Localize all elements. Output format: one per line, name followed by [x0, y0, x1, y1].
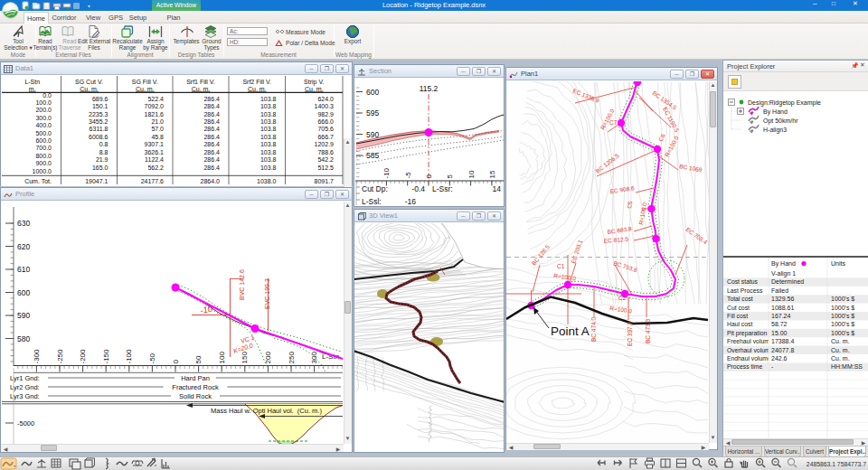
svg-text:Design:Ridgetop Example: Design:Ridgetop Example: [748, 99, 821, 107]
svg-text:1000's $: 1000's $: [831, 330, 854, 336]
svg-text:620: 620: [17, 242, 30, 251]
svg-text:Total cost: Total cost: [727, 296, 753, 302]
svg-text:-300: -300: [33, 349, 41, 364]
svg-text:689.6: 689.6: [92, 96, 108, 102]
svg-text:7584773.7: 7584773.7: [837, 461, 866, 467]
svg-text:Cost status: Cost status: [727, 278, 759, 285]
svg-text:103.8: 103.8: [260, 156, 277, 163]
svg-text:-10: -10: [382, 167, 391, 178]
svg-text:3455.2: 3455.2: [89, 118, 108, 125]
svg-text:BC 473.3: BC 473.3: [645, 319, 651, 343]
svg-text:300.0: 300.0: [35, 115, 52, 121]
svg-text:562.2: 562.2: [147, 164, 164, 171]
svg-text:Haul cost: Haul cost: [727, 321, 752, 327]
svg-text:600.0: 600.0: [35, 137, 52, 144]
svg-text:8.8: 8.8: [99, 149, 108, 155]
svg-text:590: 590: [366, 130, 379, 139]
svg-text:982.9: 982.9: [317, 111, 334, 118]
svg-text:165.0: 165.0: [92, 164, 108, 171]
svg-text:1000's $: 1000's $: [831, 296, 854, 302]
svg-text:58.72: 58.72: [771, 321, 788, 327]
svg-text:C5: C5: [626, 200, 633, 209]
svg-text:Determined: Determined: [771, 278, 804, 285]
svg-text:512.5: 512.5: [317, 164, 334, 171]
svg-text:EVC 199.3: EVC 199.3: [264, 278, 270, 309]
svg-text:250: 250: [288, 352, 296, 364]
svg-text:15.00: 15.00: [771, 330, 788, 336]
svg-text:Endhaul volume: Endhaul volume: [727, 355, 771, 362]
svg-text:286.4: 286.4: [203, 156, 220, 163]
svg-text:705.6: 705.6: [317, 126, 334, 132]
svg-text:522.4: 522.4: [147, 96, 164, 102]
svg-text:2485863.1: 2485863.1: [807, 461, 835, 467]
svg-text:150: 150: [241, 352, 249, 364]
svg-text:Cu. m.: Cu. m.: [831, 347, 850, 353]
svg-text:-50: -50: [148, 352, 156, 363]
svg-text:0.8: 0.8: [99, 141, 108, 147]
svg-text:-16: -16: [405, 197, 417, 206]
svg-text:1122.4: 1122.4: [145, 156, 164, 163]
svg-text:103.8: 103.8: [260, 126, 277, 132]
svg-text:5: 5: [446, 174, 454, 179]
svg-text:600: 600: [17, 288, 30, 297]
svg-text:10: 10: [467, 170, 476, 178]
svg-text:115.2: 115.2: [420, 84, 439, 93]
svg-text:103.8: 103.8: [260, 111, 277, 118]
svg-text:1329.56: 1329.56: [771, 296, 794, 302]
svg-text:1038.0: 1038.0: [257, 178, 277, 184]
svg-text:Point A: Point A: [551, 324, 590, 338]
svg-text:SG Fill V.: SG Fill V.: [132, 79, 158, 85]
svg-text:m.: m.: [29, 86, 36, 92]
svg-text:Last Process: Last Process: [727, 287, 763, 294]
svg-text:Freehaul volum...: Freehaul volum...: [727, 338, 775, 344]
svg-text:1202.9: 1202.9: [315, 141, 335, 147]
svg-text:286.4: 286.4: [203, 126, 220, 132]
svg-text:Overhaul volume: Overhaul volume: [727, 347, 774, 353]
svg-text:19047.1: 19047.1: [85, 178, 108, 184]
svg-text:-5000: -5000: [17, 419, 34, 428]
svg-text:580: 580: [17, 334, 30, 343]
svg-text:Process time: Process time: [727, 363, 763, 370]
svg-text:100.0: 100.0: [35, 99, 52, 106]
svg-text:Measure Mode: Measure Mode: [286, 29, 326, 35]
svg-text:600: 600: [366, 88, 379, 97]
svg-text:2235.3: 2235.3: [89, 111, 108, 118]
svg-text:V-align 1: V-align 1: [771, 270, 796, 277]
svg-text:1000.0: 1000.0: [33, 168, 52, 174]
svg-text:Lyr1 Gnd:: Lyr1 Gnd:: [10, 374, 40, 382]
svg-text:103.8: 103.8: [260, 164, 277, 171]
svg-text:103.8: 103.8: [260, 134, 277, 140]
svg-text:200: 200: [264, 352, 272, 364]
svg-text:Cut Dp:: Cut Dp:: [362, 184, 388, 193]
svg-text:-250: -250: [56, 349, 64, 364]
svg-text:286.4: 286.4: [203, 149, 220, 155]
svg-text:286.4: 286.4: [203, 103, 220, 109]
svg-text:-5: -5: [404, 172, 412, 179]
svg-text:0.0: 0.0: [42, 92, 52, 99]
svg-text:630: 630: [17, 219, 30, 228]
svg-text:Cu. m.: Cu. m.: [192, 86, 211, 92]
svg-text:Fractured Rock: Fractured Rock: [172, 383, 219, 391]
svg-text:By Hand: By Hand: [763, 108, 788, 116]
svg-text:0: 0: [425, 174, 433, 179]
svg-text:700.0: 700.0: [35, 145, 52, 151]
svg-text:H-align3: H-align3: [763, 127, 787, 134]
svg-text:103.8: 103.8: [260, 96, 277, 102]
svg-text:610: 610: [17, 265, 30, 274]
svg-text:C1: C1: [557, 263, 565, 269]
svg-text:Mass Haul w. Opti Haul vol. (: Mass Haul w. Opti Haul vol. (Cu. m.): [211, 407, 322, 415]
svg-text:666.0: 666.0: [317, 118, 334, 125]
svg-text:Pit preparation ...: Pit preparation ...: [727, 330, 774, 337]
svg-text:-0.4: -0.4: [411, 184, 425, 193]
svg-text:21.0: 21.0: [151, 118, 164, 125]
svg-text:103.8: 103.8: [260, 103, 277, 109]
svg-text:45.8: 45.8: [151, 134, 164, 140]
svg-text:Fill cost: Fill cost: [727, 313, 748, 319]
svg-text:Cu. m.: Cu. m.: [80, 86, 99, 92]
svg-text:Failed: Failed: [771, 287, 788, 294]
svg-text:Srf2 Fill V.: Srf2 Fill V.: [242, 79, 271, 85]
svg-text:L-Ssr:: L-Ssr:: [432, 184, 453, 193]
svg-text:1000's $: 1000's $: [831, 313, 854, 319]
svg-text:286.4: 286.4: [203, 118, 220, 125]
svg-text:150.1: 150.1: [92, 103, 108, 109]
